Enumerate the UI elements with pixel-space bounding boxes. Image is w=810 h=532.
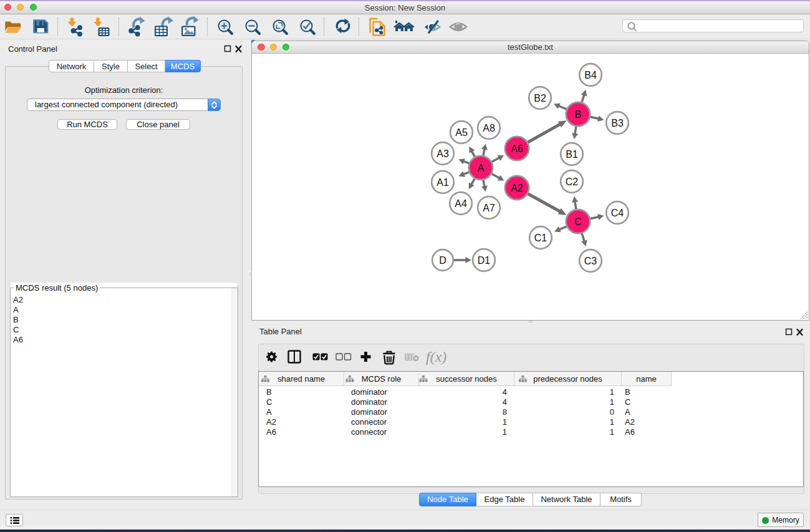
svg-text:C4: C4 bbox=[611, 208, 624, 218]
svg-text:B4: B4 bbox=[584, 70, 597, 80]
svg-text:B1: B1 bbox=[566, 149, 578, 160]
svg-text:A7: A7 bbox=[483, 203, 495, 213]
svg-text:C3: C3 bbox=[584, 256, 597, 266]
svg-text:B: B bbox=[575, 109, 582, 120]
svg-text:A8: A8 bbox=[483, 123, 495, 133]
svg-text:A4: A4 bbox=[455, 198, 467, 209]
svg-text:C: C bbox=[574, 216, 582, 227]
svg-text:f(x): f(x) bbox=[426, 349, 446, 365]
svg-text:D1: D1 bbox=[478, 255, 491, 266]
svg-text:A: A bbox=[478, 163, 485, 173]
svg-text:A6: A6 bbox=[511, 143, 523, 154]
svg-text:B3: B3 bbox=[611, 118, 624, 128]
svg-text:D: D bbox=[439, 255, 446, 266]
svg-text:C1: C1 bbox=[534, 233, 547, 243]
svg-text:A1: A1 bbox=[436, 177, 449, 188]
svg-text:B2: B2 bbox=[534, 93, 546, 104]
svg-text:A2: A2 bbox=[511, 183, 523, 193]
svg-text:A5: A5 bbox=[455, 127, 468, 138]
svg-text:A3: A3 bbox=[436, 148, 449, 159]
svg-text:C2: C2 bbox=[566, 177, 579, 187]
